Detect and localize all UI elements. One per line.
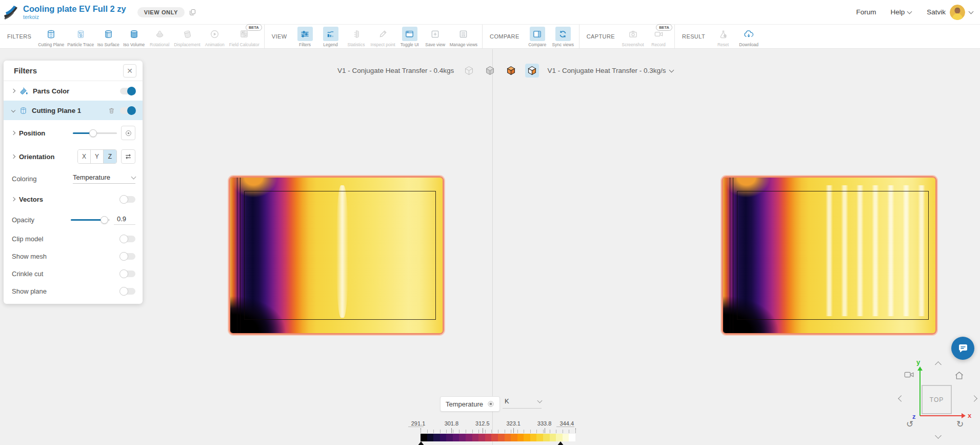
show-plane-toggle[interactable] <box>120 288 135 295</box>
chevron-down-icon <box>669 67 674 72</box>
toolbar-button-manage-views[interactable]: Manage views <box>448 26 479 47</box>
toolbar-button-toggle-ui[interactable]: Toggle UI <box>397 26 423 47</box>
rotate-right-chevron-icon[interactable] <box>971 395 977 402</box>
show-plane-control: Show plane <box>12 282 135 300</box>
vectors-control: Vectors <box>12 189 135 209</box>
chat-button[interactable] <box>951 337 974 360</box>
user-menu[interactable]: Satvik <box>927 5 973 20</box>
toolbar-section-capture: CAPTURE Screenshot BETA Record <box>579 25 675 48</box>
vectors-toggle[interactable] <box>120 196 135 203</box>
toolbar-button-sync-views[interactable]: Sync views <box>550 26 576 47</box>
legend-field-chip[interactable]: Temperature <box>440 396 500 412</box>
render-mode-cubes <box>462 64 539 78</box>
user-name: Satvik <box>927 8 946 16</box>
forum-link[interactable]: Forum <box>856 8 876 16</box>
rotate-ccw-icon[interactable]: ↺ <box>906 419 913 430</box>
orientation-control: Orientation X Y Z <box>12 145 135 168</box>
rotate-down-chevron-icon[interactable] <box>935 432 942 439</box>
target-icon <box>125 129 132 137</box>
min-range-handle[interactable] <box>417 441 425 445</box>
avatar[interactable] <box>950 5 965 20</box>
compare-cube-icon[interactable] <box>525 64 539 78</box>
toolbar-button-record: BETA Record <box>646 26 671 47</box>
parts-color-toggle[interactable] <box>120 88 135 94</box>
filter-item-parts-color[interactable]: Parts Color <box>4 81 143 101</box>
show-mesh-toggle[interactable] <box>120 253 135 260</box>
scale-max-label[interactable]: 344.4 <box>560 420 574 427</box>
view-split-divider[interactable] <box>492 49 493 445</box>
rotate-cw-icon[interactable]: ↻ <box>956 419 964 430</box>
colormap-bar[interactable] <box>421 434 575 441</box>
camera-icon[interactable] <box>904 371 914 381</box>
beta-badge: BETA <box>246 24 262 31</box>
toolbar-button-cutting-plane[interactable]: Cutting Plane <box>36 26 66 47</box>
flip-orientation-button[interactable] <box>121 149 135 164</box>
trash-icon[interactable] <box>108 107 115 114</box>
header-right: Forum Help Satvik <box>856 5 980 20</box>
right-view-selector[interactable]: V1 - Conjugate Heat Transfer - 0.3kg/s <box>547 67 666 74</box>
home-icon[interactable] <box>954 371 964 382</box>
axis-y-button[interactable]: Y <box>91 150 104 163</box>
rotate-up-chevron-icon[interactable] <box>935 361 942 368</box>
chevron-down-icon <box>131 174 136 179</box>
solid-cube-icon[interactable] <box>483 64 497 78</box>
cutting-plane-controls: Position Orientation X Y Z Coloring <box>4 120 143 300</box>
toolbar-button-iso-volume[interactable]: Iso Volume <box>121 26 147 47</box>
close-icon[interactable]: ✕ <box>123 64 136 78</box>
show-mesh-control: Show mesh <box>12 247 135 265</box>
y-axis <box>919 371 921 416</box>
cutting-plane-toggle[interactable] <box>120 107 135 114</box>
toolbar-button-iso-surface[interactable]: Iso Surface <box>95 26 121 47</box>
opacity-value[interactable]: 0.9 <box>114 215 135 225</box>
opacity-slider[interactable] <box>71 219 110 221</box>
download-icon <box>744 29 754 39</box>
toolbar-section-compare: COMPARE Compare Sync views <box>483 25 579 48</box>
view-cube-top-face[interactable]: TOP <box>922 385 952 414</box>
axis-z-button[interactable]: Z <box>104 150 116 163</box>
heatmap-view-right[interactable] <box>722 176 937 335</box>
filters-panel: Filters ✕ Parts Color Cutting Plane 1 Po… <box>4 61 143 304</box>
rotate-left-chevron-icon[interactable] <box>898 395 905 402</box>
toolbar-button-compare[interactable]: Compare <box>525 26 550 47</box>
iso-surface-icon <box>104 29 113 39</box>
unit-select[interactable]: K <box>503 397 542 409</box>
coloring-select[interactable]: Temperature <box>73 173 135 184</box>
copy-project-button[interactable] <box>189 8 196 16</box>
clip-model-toggle[interactable] <box>120 236 135 242</box>
toolbar-button-download[interactable]: Download <box>736 26 762 47</box>
position-target-button[interactable] <box>121 126 135 140</box>
help-menu[interactable]: Help <box>890 8 911 16</box>
axis-x-button[interactable]: X <box>78 150 91 163</box>
heatmap-view-left[interactable] <box>229 176 444 335</box>
toolbar-button-filters[interactable]: Filters <box>292 26 318 47</box>
displacement-icon <box>182 29 192 39</box>
project-title-block: Cooling plate EV Full 2 zy terkoiz <box>23 4 126 20</box>
position-slider[interactable] <box>73 132 117 134</box>
save-view-icon <box>430 29 440 39</box>
chat-icon <box>957 342 969 355</box>
rotational-icon <box>155 29 165 39</box>
chevron-down-icon <box>11 108 15 112</box>
chevron-down-icon <box>537 398 543 403</box>
filter-item-cutting-plane-1[interactable]: Cutting Plane 1 <box>4 101 143 120</box>
toolbar-button-rotational: Rotational <box>147 26 172 47</box>
legend-icon <box>326 29 335 39</box>
workspace-link[interactable]: terkoiz <box>23 14 126 20</box>
stop-icon[interactable] <box>487 400 494 408</box>
chevron-down-icon <box>969 9 974 14</box>
left-view-selector[interactable]: V1 - Conjugate Heat Transfer - 0.4kgs <box>337 67 454 74</box>
toolbar-button-statistics: Statistics <box>344 26 369 47</box>
page-title: Cooling plate EV Full 2 zy <box>23 4 126 14</box>
crinkle-cut-toggle[interactable] <box>120 270 135 277</box>
animation-icon <box>210 29 219 39</box>
scale-min-label[interactable]: 291.1 <box>411 420 426 427</box>
max-range-handle[interactable] <box>557 441 564 445</box>
temperature-contour-left <box>230 178 443 333</box>
orientation-widget: y x z TOP ↺ ↻ <box>895 358 980 443</box>
wireframe-cube-icon[interactable] <box>462 64 476 78</box>
toolbar-button-particle-trace[interactable]: Particle Trace <box>66 26 95 47</box>
heatmap-cube-icon[interactable] <box>504 64 518 78</box>
toolbar-button-legend[interactable]: Legend <box>318 26 344 47</box>
toggle-ui-icon <box>405 29 414 39</box>
toolbar-button-save-view[interactable]: Save view <box>423 26 448 47</box>
